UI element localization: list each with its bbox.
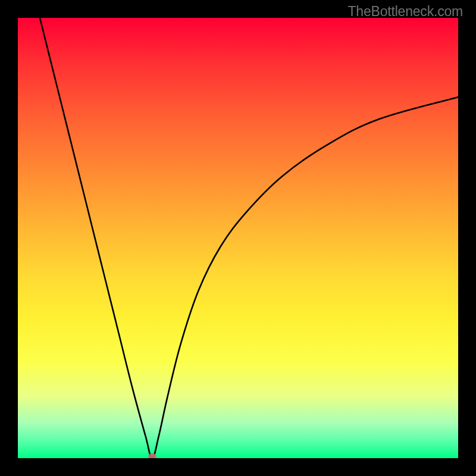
bottleneck-curve [40,18,458,458]
curve-svg [18,18,458,458]
minimum-marker [148,453,156,458]
watermark-text: TheBottleneck.com [348,4,463,20]
chart-container: TheBottleneck.com [0,0,476,476]
plot-area [18,18,458,458]
